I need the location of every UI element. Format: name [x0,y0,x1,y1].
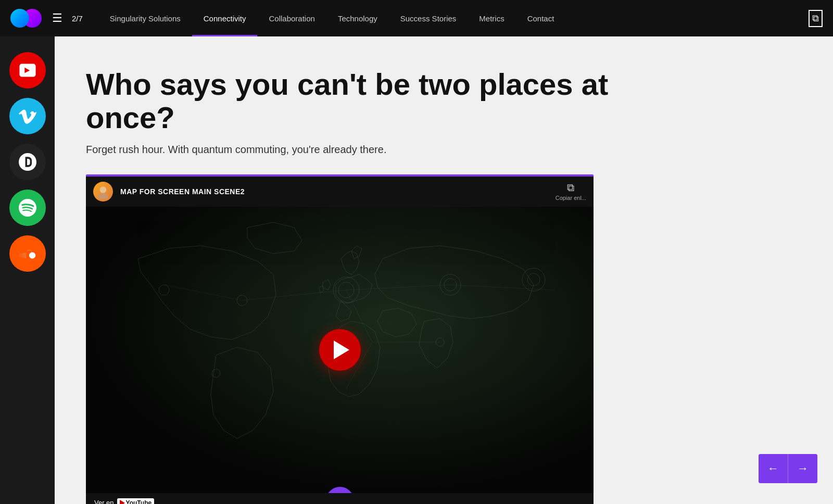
navigation-arrows: ← → [759,454,817,483]
svg-point-0 [100,186,107,193]
video-avatar [93,182,113,201]
svg-point-1 [98,193,108,198]
nav-item-technology[interactable]: Technology [326,0,389,36]
nav-item-singularity[interactable]: Singularity Solutions [98,0,192,36]
next-arrow-button[interactable]: → [788,454,817,483]
vimeo-icon[interactable] [9,98,46,134]
copy-label: Copiar enl... [556,195,586,201]
svg-line-2 [346,285,450,290]
hamburger-menu[interactable]: ☰ [52,11,62,25]
youtube-attribution[interactable]: Ver en YouTube [94,498,154,504]
nav-item-metrics[interactable]: Metrics [468,0,515,36]
svg-line-6 [164,285,242,300]
video-container: MAP FOR SCREEN MAIN SCENE2 ⧉ Copiar enl.… [86,174,594,504]
prev-arrow-button[interactable]: ← [759,454,788,483]
logo[interactable] [10,9,42,28]
nav-item-success-stories[interactable]: Success Stories [389,0,468,36]
soundcloud-icon[interactable] [9,235,46,272]
youtube-word: YouTube [126,499,152,504]
sidebar-social [0,36,55,504]
video-bottom-bar: Ver en YouTube [86,493,594,504]
arrow-left-icon: ← [767,462,779,475]
dailymotion-icon[interactable] [9,144,46,180]
spotify-icon[interactable] [9,190,46,226]
nav-item-collaboration[interactable]: Collaboration [257,0,326,36]
nav-item-connectivity[interactable]: Connectivity [192,0,258,36]
youtube-logo-box: YouTube [117,498,155,504]
youtube-play-icon [120,500,125,504]
svg-point-17 [159,285,169,295]
svg-line-3 [242,290,346,300]
ver-en-label: Ver en [94,499,114,504]
video-top-bar: MAP FOR SCREEN MAIN SCENE2 ⧉ Copiar enl.… [86,177,594,207]
video-map-area: ↓ [86,207,594,493]
arrow-right-icon: → [797,462,809,475]
navbar: ☰ 2/7 Singularity Solutions Connectivity… [0,0,833,36]
page-subheading: Forget rush hour. With quantum commuting… [86,144,802,156]
youtube-icon[interactable] [9,52,46,89]
nav-menu: Singularity Solutions Connectivity Colla… [98,0,809,36]
nav-item-contact[interactable]: Contact [516,0,566,36]
main-content: Who says you can't be two places at once… [55,36,833,504]
logo-icon-left [10,9,29,28]
svg-point-15 [527,273,540,286]
copy-link-button[interactable]: ⧉ Copiar enl... [556,182,586,201]
page-heading: Who says you can't be two places at once… [86,68,633,134]
copy-icon: ⧉ [567,182,574,194]
svg-point-18 [212,369,220,377]
svg-line-5 [450,285,554,290]
svg-point-16 [522,268,545,291]
video-title: MAP FOR SCREEN MAIN SCENE2 [120,187,245,196]
play-button[interactable] [319,329,361,371]
page-count: 2/7 [72,14,83,23]
external-link-icon[interactable]: ⧉ [809,10,823,27]
play-triangle-icon [334,341,349,359]
